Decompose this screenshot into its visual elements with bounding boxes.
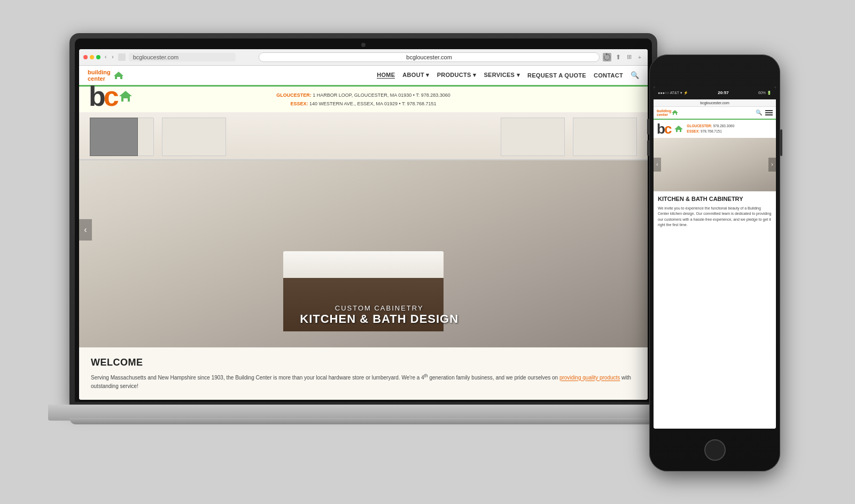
phone-essex-addr: ESSEX: 978.768.7151 bbox=[687, 129, 734, 134]
hero-slider: ‹ CUSTOM CABINETRY KITCHEN & BATH DESIGN bbox=[79, 112, 648, 347]
phone-house-icon bbox=[671, 110, 679, 115]
close-dot bbox=[83, 55, 88, 59]
phone-content: KITCHEN & BATH CABINETRY We invite you t… bbox=[654, 191, 776, 429]
laptop-bezel: ‹ › bcgloucester.com bcgloucester.com ⬆ … bbox=[75, 38, 652, 402]
laptop-body: ‹ › bcgloucester.com bcgloucester.com ⬆ … bbox=[69, 33, 657, 407]
welcome-heading: WELCOME bbox=[91, 357, 636, 368]
browser-controls bbox=[83, 55, 100, 59]
gloucester-address: GLOUCESTER: 1 HARBOR LOOP, GLOUCESTER, M… bbox=[276, 91, 450, 99]
nav-home[interactable]: HOME bbox=[377, 72, 395, 79]
scene: ‹ › bcgloucester.com bcgloucester.com ⬆ … bbox=[53, 22, 802, 482]
laptop-foot bbox=[69, 418, 657, 424]
nav-products[interactable]: PRODUCTS ▾ bbox=[437, 72, 477, 79]
island-top bbox=[283, 251, 444, 278]
phone-hero-next-button[interactable]: › bbox=[768, 158, 776, 172]
phone-screen: ●●●○○ AT&T ▾ ⚡ 20:57 60% 🔋 bcgloucester.… bbox=[654, 87, 776, 429]
nav-contact[interactable]: CONTACT bbox=[594, 72, 623, 79]
laptop-device: ‹ › bcgloucester.com bcgloucester.com ⬆ … bbox=[69, 33, 657, 471]
maximize-dot bbox=[96, 55, 100, 59]
tab-icon bbox=[118, 53, 126, 61]
menu-bar-3 bbox=[765, 114, 773, 115]
phone-nav-right: 🔍 bbox=[756, 110, 773, 115]
phone-url-bar[interactable]: bcgloucester.com bbox=[654, 99, 776, 107]
phone-content-title: KITCHEN & BATH CABINETRY bbox=[658, 196, 772, 203]
nav-about[interactable]: ABOUT ▾ bbox=[402, 72, 429, 79]
phone-hero-prev-button[interactable]: ‹ bbox=[654, 158, 661, 172]
menu-bar-2 bbox=[765, 112, 773, 113]
site-nav: building center HOME ABOUT ▾ PROD bbox=[79, 66, 648, 87]
big-house-icon bbox=[118, 90, 133, 103]
essex-address: ESSEX: 140 WESTERN AVE., ESSEX, MA 01929… bbox=[276, 99, 450, 108]
laptop-camera bbox=[361, 43, 366, 47]
laptop-screen: ‹ › bcgloucester.com bcgloucester.com ⬆ … bbox=[79, 49, 648, 400]
phone-search-icon[interactable]: 🔍 bbox=[756, 110, 762, 115]
volume-down-button[interactable] bbox=[647, 140, 649, 156]
battery-indicator: 60% 🔋 bbox=[758, 91, 772, 95]
cabinet-3 bbox=[573, 118, 637, 156]
volume-up-button[interactable] bbox=[647, 119, 649, 135]
house-icon bbox=[113, 71, 125, 80]
svg-marker-1 bbox=[119, 91, 132, 102]
address-logo-row: bc GLOUCESTER: 1 HARBOR LOOP, GLOUCESTER… bbox=[79, 87, 648, 112]
add-tab-icon[interactable]: + bbox=[636, 53, 643, 61]
phone-content-text: We invite you to experience the function… bbox=[658, 206, 772, 228]
phone-bc-address: GLOUCESTER: 978.283.3060 ESSEX: 978.768.… bbox=[687, 123, 734, 134]
phone-home-button[interactable] bbox=[704, 439, 726, 461]
tab-label: bcgloucester.com bbox=[129, 53, 236, 61]
phone-logo: building center bbox=[657, 109, 679, 117]
phone-device: ●●●○○ AT&T ▾ ⚡ 20:57 60% 🔋 bcgloucester.… bbox=[649, 55, 780, 471]
url-bar[interactable]: bcgloucester.com bbox=[259, 52, 600, 62]
power-button[interactable] bbox=[780, 129, 782, 156]
phone-site-nav: building center 🔍 bbox=[654, 107, 776, 120]
phone-bc-letters: bc bbox=[657, 122, 671, 136]
hero-prev-button[interactable]: ‹ bbox=[79, 219, 92, 241]
hamburger-menu[interactable] bbox=[765, 110, 773, 115]
share-icon[interactable]: ⬆ bbox=[615, 53, 622, 61]
forward-button[interactable]: › bbox=[111, 54, 114, 60]
browser-actions: ⬆ ⊞ + bbox=[615, 53, 643, 61]
back-button[interactable]: ‹ bbox=[104, 54, 107, 60]
phone-bc-area: bc GLOUCESTER: 978.283.3060 ESSEX: 978.7… bbox=[654, 120, 776, 138]
phone-logo-text: building center bbox=[657, 109, 671, 117]
phone-gloucester-addr: GLOUCESTER: 978.283.3060 bbox=[687, 123, 734, 129]
welcome-text: Serving Massachusetts and New Hampshire … bbox=[91, 373, 636, 390]
phone-hero: ‹ › bbox=[654, 138, 776, 191]
svg-marker-2 bbox=[672, 110, 678, 115]
minimize-dot bbox=[90, 55, 94, 59]
nav-request-quote[interactable]: REQUEST A QUOTE bbox=[527, 72, 586, 79]
welcome-section: WELCOME Serving Massachusetts and New Ha… bbox=[79, 347, 648, 399]
carrier-text: ●●●○○ AT&T ▾ ⚡ bbox=[658, 91, 688, 95]
phone-status-bar: ●●●○○ AT&T ▾ ⚡ 20:57 60% 🔋 bbox=[654, 87, 776, 99]
hero-overlay-text: CUSTOM CABINETRY KITCHEN & BATH DESIGN bbox=[300, 304, 458, 326]
nav-links: HOME ABOUT ▾ PRODUCTS ▾ SERVICES ▾ REQUE… bbox=[377, 71, 639, 79]
browser-chrome: ‹ › bcgloucester.com bcgloucester.com ⬆ … bbox=[79, 49, 648, 66]
reload-icon[interactable] bbox=[603, 53, 611, 61]
phone-big-house-icon bbox=[674, 125, 683, 133]
phone-hero-bg bbox=[654, 138, 776, 191]
menu-bar-1 bbox=[765, 110, 773, 111]
logo-text: building center bbox=[88, 69, 111, 82]
nav-search-icon[interactable]: 🔍 bbox=[631, 71, 639, 79]
bc-big-logo: bc bbox=[89, 82, 133, 110]
time-display: 20:57 bbox=[718, 90, 728, 95]
bookmark-icon[interactable]: ⊞ bbox=[625, 53, 633, 61]
cabinet-2 bbox=[162, 118, 226, 156]
svg-marker-0 bbox=[114, 72, 123, 79]
svg-marker-3 bbox=[674, 126, 683, 132]
website-content: building center HOME ABOUT ▾ PROD bbox=[79, 66, 648, 400]
cabinet-4 bbox=[501, 118, 565, 156]
nav-services[interactable]: SERVICES ▾ bbox=[484, 72, 520, 79]
upper-cabinets bbox=[79, 112, 648, 160]
microwave bbox=[90, 118, 138, 156]
address-lines: GLOUCESTER: 1 HARBOR LOOP, GLOUCESTER, M… bbox=[276, 91, 450, 108]
bc-big-letters: bc bbox=[89, 82, 117, 110]
quality-products-link[interactable]: providing quality products bbox=[559, 375, 620, 381]
site-logo: building center bbox=[88, 69, 125, 82]
